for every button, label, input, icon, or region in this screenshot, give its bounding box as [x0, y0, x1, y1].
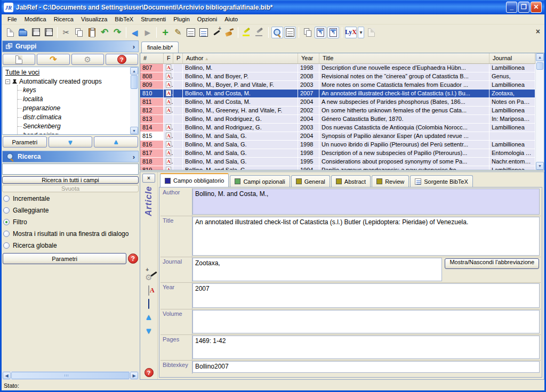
tree-item-localit-[interactable]: località	[18, 94, 130, 103]
table-row[interactable]: 808Bollino, M. and Boyer, P.2008Revision…	[140, 72, 535, 81]
search-all-fields-button[interactable]: Ricerca in tutti i campi	[2, 176, 139, 184]
redo-icon[interactable]: ↷	[111, 26, 124, 39]
radio-icon[interactable]	[3, 242, 10, 249]
editor-tab-sorgente-bibtex[interactable]: Sorgente BibTeX	[410, 175, 473, 187]
group-help-button[interactable]: ?	[106, 54, 138, 65]
save-database-icon[interactable]	[29, 26, 42, 39]
pdf-file-icon[interactable]	[166, 158, 171, 165]
forward-icon[interactable]: ▶	[141, 26, 154, 39]
radio-icon[interactable]	[3, 207, 10, 214]
push-dropdown-icon[interactable]: ▾	[358, 27, 364, 38]
pdf-file-icon[interactable]	[166, 133, 171, 139]
column-header-title[interactable]: Title	[319, 53, 489, 63]
column-header-p[interactable]: P	[173, 53, 183, 63]
editor-tab-general[interactable]: General	[291, 175, 330, 187]
field-input-author[interactable]: Bollino, M. and Costa, M.,	[192, 189, 540, 215]
scroll-thumb[interactable]	[11, 372, 130, 379]
search-pane-header[interactable]: Ricerca ›	[2, 151, 139, 162]
print-icon[interactable]	[365, 26, 378, 39]
groups-tree-scrollbar[interactable]: ▲ ▼	[130, 67, 138, 134]
table-row[interactable]: 819Bollino, M. and Sala, G.1994Papilio z…	[140, 166, 535, 170]
pdf-file-icon[interactable]	[166, 90, 171, 96]
table-vscrollbar[interactable]: ▲ ▼	[535, 53, 544, 170]
scroll-right-icon[interactable]: ▶	[130, 372, 138, 379]
field-input-pages[interactable]: 1469: 1-42	[192, 336, 540, 359]
menu-aiuto[interactable]: Aiuto	[221, 15, 242, 23]
menu-plugin[interactable]: Plugin	[170, 15, 194, 23]
pdf-file-icon[interactable]	[166, 141, 171, 148]
save-as-icon[interactable]	[42, 26, 55, 39]
journal-abbrev-button[interactable]: Mostra/Nascondi l'abbreviazione	[445, 258, 539, 269]
scroll-thumb[interactable]	[536, 62, 543, 70]
search-help-icon[interactable]: ?	[128, 254, 138, 264]
groups-expand-button[interactable]: ▲	[94, 136, 138, 148]
table-row[interactable]: 813Bollino, M. and Rodriguez, G.2004Géne…	[140, 115, 535, 124]
editor-tab-review[interactable]: Review	[372, 175, 409, 187]
groups-reduce-button[interactable]: ▼	[49, 136, 93, 148]
scroll-down-icon[interactable]: ▼	[536, 162, 544, 170]
column-header-num[interactable]: #	[140, 53, 164, 63]
cut-icon[interactable]: ✂	[60, 26, 73, 39]
menu-strumenti[interactable]: Strumenti	[137, 15, 170, 23]
tree-item-root-group[interactable]: − Automatically created groups	[5, 78, 130, 85]
search-icon[interactable]	[271, 27, 283, 38]
scroll-up-icon[interactable]: ▲	[130, 67, 138, 75]
pdf-file-icon[interactable]	[166, 150, 171, 156]
push-to-lyx-icon[interactable]: LyX	[345, 27, 357, 38]
search-mode-mostra[interactable]: Mostra i risultati in una finestra di di…	[2, 228, 139, 240]
editor-tab-campi-opzionali[interactable]: Campi opzionali	[230, 175, 290, 187]
write-xmp-icon[interactable]	[327, 27, 339, 38]
tree-item-hand-pairing[interactable]: hand pairing	[18, 130, 130, 135]
menu-visualizza[interactable]: Visualizza	[77, 15, 111, 23]
side-panel-hscrollbar[interactable]: ◀ ▶	[2, 371, 139, 380]
edit-preamble-icon[interactable]	[184, 26, 197, 39]
wizard-icon[interactable]	[210, 26, 223, 39]
toggle-preview-icon[interactable]	[284, 27, 296, 38]
copy-icon[interactable]	[73, 26, 85, 39]
pdf-file-icon[interactable]	[166, 64, 171, 71]
editor-help-icon[interactable]: ?	[144, 368, 154, 377]
undo-icon[interactable]: ↶	[98, 26, 111, 39]
minimize-button[interactable]: _	[506, 2, 517, 13]
pdf-file-icon[interactable]	[166, 124, 171, 130]
group-settings-button[interactable]: ⚙	[71, 54, 104, 65]
table-row[interactable]: 810Bollino, M. and Costa, M.2007An annot…	[140, 89, 535, 98]
search-input[interactable]	[2, 164, 139, 175]
edit-entry-icon[interactable]: ✎	[172, 26, 184, 39]
table-row[interactable]: 818Bollino, M. and Sala, G.1995Considera…	[140, 158, 535, 166]
restore-button[interactable]: ❐	[518, 2, 529, 13]
radio-icon[interactable]	[3, 219, 10, 225]
close-database-icon[interactable]: ×	[536, 28, 540, 35]
close-editor-button[interactable]: ×	[142, 174, 155, 183]
column-header-f[interactable]: F	[164, 53, 173, 63]
editor-tab-abstract[interactable]: Abstract	[331, 175, 371, 187]
pdf-file-icon[interactable]	[166, 167, 171, 170]
table-row[interactable]: 816Bollino, M. and Sala, G.1998Un nuovo …	[140, 141, 535, 149]
table-row[interactable]: 812Bollino, M., Greeney, H. and Vitale, …	[140, 107, 535, 115]
clear-search-button[interactable]: Svuota	[2, 185, 139, 192]
menu-modifica[interactable]: Modifica	[21, 15, 50, 23]
field-input-volume[interactable]	[192, 310, 540, 333]
chevron-right-icon[interactable]: ›	[133, 43, 135, 51]
undo-group-button[interactable]: ↷	[37, 54, 69, 65]
menu-bibtex[interactable]: BibTeX	[111, 15, 137, 23]
field-input-bibtexkey[interactable]: Bollino2007	[192, 361, 540, 373]
unmark-entries-icon[interactable]	[253, 26, 266, 39]
scroll-thumb[interactable]	[131, 75, 138, 89]
search-mode-incrementale[interactable]: Incrementale	[2, 193, 139, 205]
table-row[interactable]: 814Bollino, M. and Rodriguez, G.2003Dos …	[140, 124, 535, 132]
tree-item-preparazione[interactable]: preparazione	[18, 103, 130, 112]
back-icon[interactable]: ◀	[129, 26, 141, 39]
column-header-author[interactable]: Author ▲	[183, 53, 298, 63]
close-button[interactable]: ✕	[531, 2, 542, 13]
open-database-icon[interactable]	[17, 26, 29, 39]
radio-icon[interactable]	[3, 231, 10, 237]
table-row[interactable]: 809Bollino, M., Boyer, P. and Vitale, F.…	[140, 81, 535, 89]
table-row[interactable]: 807Bollino, M.1998Description d'une nouv…	[140, 64, 535, 72]
table-row[interactable]: 815Bollino, M. and Sala, G.2004Synopsis …	[140, 132, 535, 141]
new-from-plaintext-icon[interactable]	[315, 27, 326, 38]
scroll-down-icon[interactable]: ▼	[130, 127, 138, 134]
pdf-file-icon[interactable]	[166, 73, 171, 79]
radio-icon[interactable]	[3, 195, 10, 202]
menu-ricerca[interactable]: Ricerca	[50, 15, 77, 23]
